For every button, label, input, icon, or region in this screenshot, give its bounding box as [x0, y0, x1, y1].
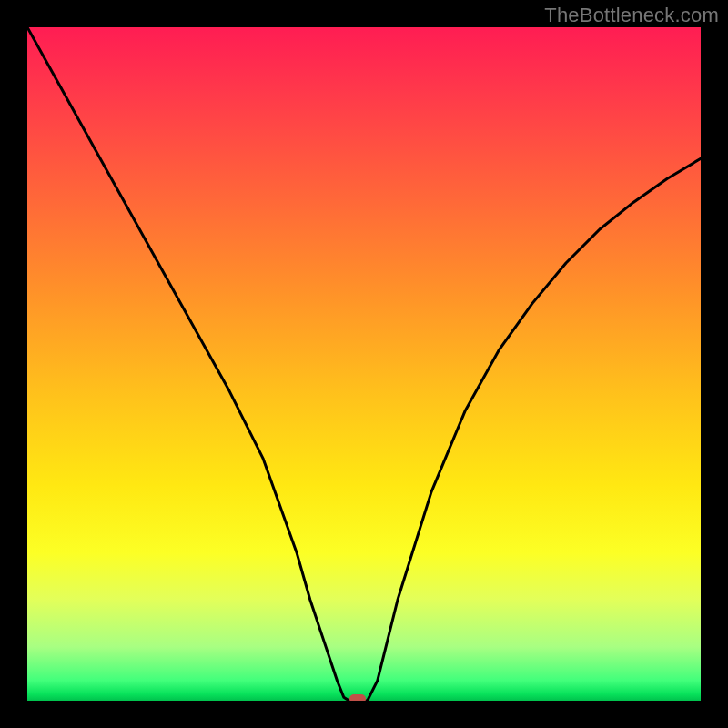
bottleneck-marker — [349, 694, 366, 701]
plot-area — [27, 27, 701, 701]
bottleneck-curve-path — [27, 27, 701, 701]
chart-frame: TheBottleneck.com — [0, 0, 728, 728]
watermark-text: TheBottleneck.com — [544, 4, 719, 27]
curve-svg — [27, 27, 701, 701]
